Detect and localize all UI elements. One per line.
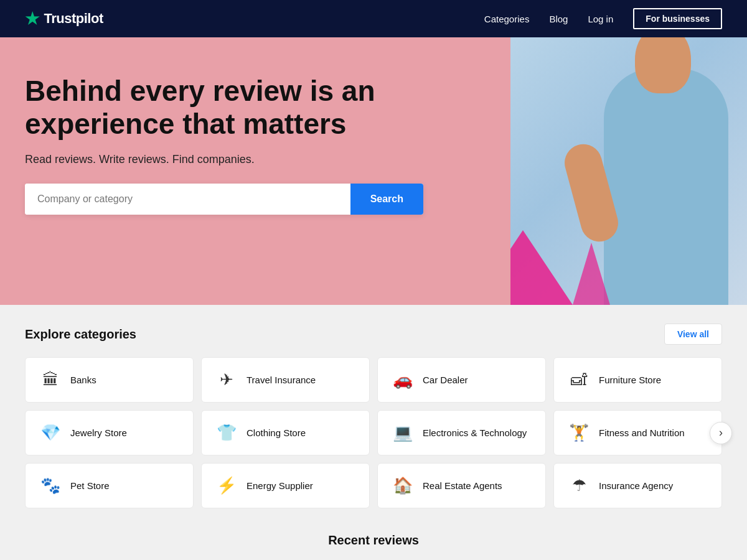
energy-supplier-label: Energy Supplier — [247, 480, 313, 492]
search-bar: Search — [25, 184, 423, 215]
nav-blog[interactable]: Blog — [549, 14, 568, 24]
nav-login[interactable]: Log in — [588, 14, 613, 24]
category-card-banks[interactable]: 🏛Banks — [25, 357, 194, 403]
insurance-agency-label: Insurance Agency — [599, 480, 673, 492]
category-card-real-estate[interactable]: 🏠Real Estate Agents — [377, 463, 546, 508]
fitness-nutrition-icon: 🏋 — [569, 423, 589, 442]
star-icon: ★ — [25, 9, 39, 29]
electronics-technology-label: Electronics & Technology — [423, 427, 527, 439]
car-dealer-label: Car Dealer — [423, 374, 468, 386]
recent-reviews-title: Recent reviews — [25, 533, 722, 548]
categories-section: Explore categories View all 🏛Banks✈Trave… — [0, 305, 747, 521]
jewelry-store-label: Jewelry Store — [70, 427, 127, 439]
pink-triangle-decoration — [510, 230, 573, 305]
hero-image — [510, 37, 747, 305]
car-dealer-icon: 🚗 — [393, 370, 413, 390]
furniture-store-icon: 🛋 — [569, 370, 589, 390]
category-card-insurance-agency[interactable]: ☂Insurance Agency — [553, 463, 722, 508]
search-button[interactable]: Search — [350, 184, 423, 215]
category-card-clothing-store[interactable]: 👕Clothing Store — [201, 410, 370, 455]
person-head-shape — [635, 37, 691, 93]
travel-insurance-label: Travel Insurance — [247, 374, 316, 386]
category-card-jewelry-store[interactable]: 💎Jewelry Store — [25, 410, 194, 455]
furniture-store-label: Furniture Store — [599, 374, 661, 386]
insurance-agency-icon: ☂ — [569, 476, 589, 495]
category-card-furniture-store[interactable]: 🛋Furniture Store — [553, 357, 722, 403]
clothing-store-label: Clothing Store — [247, 427, 306, 439]
category-card-car-dealer[interactable]: 🚗Car Dealer — [377, 357, 546, 403]
hero-section: Behind every review is an experience tha… — [0, 37, 747, 305]
category-card-energy-supplier[interactable]: ⚡Energy Supplier — [201, 463, 370, 508]
carousel-next-button[interactable]: › — [710, 422, 732, 444]
pet-store-icon: 🐾 — [40, 476, 60, 495]
banks-label: Banks — [70, 374, 96, 386]
real-estate-icon: 🏠 — [393, 476, 413, 495]
logo[interactable]: ★ Trustpilot — [25, 9, 103, 29]
fitness-nutrition-label: Fitness and Nutrition — [599, 427, 685, 439]
recent-reviews-section: Recent reviews — [0, 521, 747, 554]
person-body-shape — [604, 68, 728, 305]
navbar-links: Categories Blog Log in For businesses — [484, 8, 722, 29]
energy-supplier-icon: ⚡ — [217, 476, 237, 495]
categories-title: Explore categories — [25, 327, 136, 342]
pet-store-label: Pet Store — [70, 480, 110, 492]
clothing-store-icon: 👕 — [217, 423, 237, 442]
hero-subtitle: Read reviews. Write reviews. Find compan… — [25, 153, 448, 166]
nav-categories[interactable]: Categories — [484, 14, 530, 24]
categories-header: Explore categories View all — [25, 324, 722, 345]
for-businesses-button[interactable]: For businesses — [633, 8, 722, 29]
category-card-electronics-technology[interactable]: 💻Electronics & Technology — [377, 410, 546, 455]
hero-title: Behind every review is an experience tha… — [25, 75, 448, 141]
travel-insurance-icon: ✈ — [217, 370, 237, 390]
categories-grid: 🏛Banks✈Travel Insurance🚗Car Dealer🛋Furni… — [25, 357, 722, 508]
category-card-pet-store[interactable]: 🐾Pet Store — [25, 463, 194, 508]
category-card-fitness-nutrition[interactable]: 🏋Fitness and Nutrition — [553, 410, 722, 455]
real-estate-label: Real Estate Agents — [423, 480, 502, 492]
jewelry-store-icon: 💎 — [40, 423, 60, 442]
electronics-technology-icon: 💻 — [393, 423, 413, 442]
category-card-travel-insurance[interactable]: ✈Travel Insurance — [201, 357, 370, 403]
navbar: ★ Trustpilot Categories Blog Log in For … — [0, 0, 747, 37]
search-input[interactable] — [25, 184, 350, 215]
hero-content: Behind every review is an experience tha… — [25, 75, 448, 215]
banks-icon: 🏛 — [40, 370, 60, 390]
logo-text: Trustpilot — [44, 11, 103, 27]
view-all-button[interactable]: View all — [664, 324, 722, 345]
